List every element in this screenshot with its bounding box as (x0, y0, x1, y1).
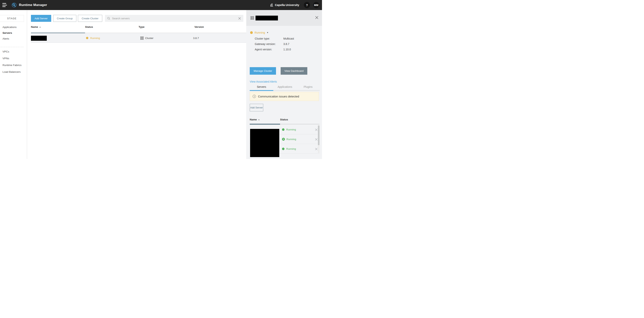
detail-gateway-version: Gateway version: 3.8.7 (255, 42, 320, 45)
server-search-box (105, 15, 243, 22)
create-group-button[interactable]: Create Group (53, 15, 76, 22)
hamburger-menu-icon[interactable] (2, 3, 7, 7)
panel-header (246, 10, 322, 26)
detail-label: Agent version: (255, 48, 272, 51)
scrollbar-thumb[interactable] (318, 126, 320, 145)
server-names-redacted (250, 129, 279, 157)
active-tab-underline (250, 90, 273, 91)
sidebar-item-load-balancers[interactable]: Load Balancers (0, 68, 27, 75)
sidebar-primary-nav: Applications Servers Alerts (0, 24, 27, 42)
column-header-type[interactable]: Type (138, 25, 144, 28)
sidebar-item-vpcs[interactable]: VPCs (0, 48, 27, 55)
building-icon (270, 3, 273, 6)
cluster-status-label: Running (254, 31, 265, 34)
status-dot-yellow (250, 31, 253, 34)
close-panel-icon[interactable] (315, 16, 318, 20)
cluster-details-panel: Running ▼ Cluster type: Multicast Gatewa… (246, 10, 322, 159)
view-dashboard-button[interactable]: View Dashboard (281, 67, 307, 75)
primary-server-star-icon: ★ (282, 138, 285, 141)
cluster-icon (140, 36, 144, 40)
status-dot-green (282, 148, 284, 150)
sort-ascending-icon (258, 118, 260, 121)
panel-column-header-status[interactable]: Status (280, 118, 288, 121)
server-status-label: Running (286, 128, 296, 131)
sort-ascending-icon (39, 25, 41, 28)
sidebar-item-servers[interactable]: Servers (0, 30, 27, 36)
sidebar-item-applications[interactable]: Applications (0, 24, 27, 30)
sidebar-divider (0, 47, 24, 47)
help-button[interactable]: ? (304, 2, 310, 8)
organization-name: Capella University (275, 3, 299, 6)
sidebar-item-alerts[interactable]: Alerts (0, 36, 27, 42)
cluster-icon (250, 16, 254, 20)
user-avatar[interactable]: MM (313, 2, 319, 8)
top-header-bar: Runtime Manager Capella University ? MM (0, 0, 322, 10)
remove-server-icon[interactable] (315, 128, 318, 132)
detail-label: Cluster type: (255, 37, 270, 40)
environment-selector[interactable]: STAGE (0, 15, 24, 22)
organization-switcher[interactable]: Capella University (270, 3, 299, 6)
search-icon (107, 17, 110, 20)
server-name-redacted (31, 36, 47, 41)
chevron-down-icon: ▼ (267, 32, 268, 34)
servers-main-area: Add Server Create Group Create Cluster N… (27, 10, 246, 159)
manage-cluster-button[interactable]: Manage Cluster (250, 67, 276, 75)
status-label: Running (90, 37, 100, 39)
detail-agent-version: Agent version: 1.10.0 (255, 48, 320, 51)
warning-icon: ! (252, 95, 256, 98)
warning-text: Communication issues detected (258, 95, 299, 98)
status-dot-green (282, 128, 284, 131)
server-table-row[interactable]: Running Cluster 3.8.7 (31, 33, 246, 43)
cluster-status-dropdown[interactable]: Running ▼ (250, 31, 268, 34)
create-cluster-button[interactable]: Create Cluster (78, 15, 102, 22)
detail-value: 3.8.7 (283, 42, 289, 45)
sidebar-item-runtime-fabrics[interactable]: Runtime Fabrics (0, 62, 27, 68)
server-status-label: Running (286, 138, 296, 141)
clear-search-icon[interactable] (238, 17, 241, 20)
runtime-manager-logo-icon (12, 2, 16, 7)
cluster-title-redacted (256, 16, 278, 20)
app-title: Runtime Manager (19, 3, 47, 7)
warning-banner: ! Communication issues detected (250, 92, 319, 101)
left-sidebar: STAGE Applications Servers Alerts VPCs V… (0, 10, 27, 159)
column-header-name[interactable]: Name (31, 25, 41, 28)
sidebar-secondary-nav: VPCs VPNs Runtime Fabrics Load Balancers (0, 48, 27, 75)
panel-list-scrollbar[interactable] (318, 125, 320, 153)
remove-server-icon[interactable] (315, 148, 318, 151)
panel-column-header-name[interactable]: Name (250, 118, 260, 121)
column-header-status[interactable]: Status (85, 25, 93, 28)
panel-add-server-button[interactable]: Add Server (250, 104, 263, 111)
detail-cluster-type: Cluster type: Multicast (255, 37, 320, 40)
detail-value: Multicast (283, 37, 294, 40)
remove-server-icon[interactable] (315, 138, 318, 142)
search-input[interactable] (110, 17, 238, 20)
sidebar-item-vpns[interactable]: VPNs (0, 55, 27, 62)
view-associated-alerts-link[interactable]: View Associated Alerts (250, 80, 277, 83)
server-status-label: Running (286, 148, 296, 150)
add-server-button[interactable]: Add Server (31, 15, 51, 22)
detail-value: 1.10.0 (283, 48, 291, 51)
status-dot-yellow (86, 37, 88, 39)
version-label: 3.8.7 (193, 37, 199, 39)
detail-label: Gateway version: (255, 42, 276, 45)
column-header-version[interactable]: Version (194, 25, 204, 28)
type-label: Cluster (145, 37, 154, 39)
